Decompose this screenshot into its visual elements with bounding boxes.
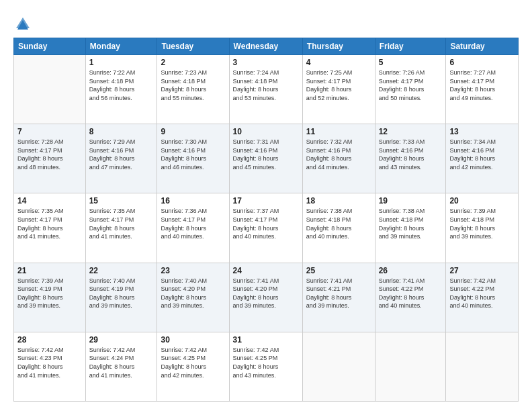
day-number: 7: [17, 127, 82, 136]
day-info: Sunrise: 7:38 AMSunset: 4:18 PMDaylight:…: [379, 207, 443, 240]
calendar-cell: 1Sunrise: 7:22 AMSunset: 4:18 PMDaylight…: [85, 55, 157, 124]
day-number: 5: [379, 58, 443, 67]
calendar-cell: 3Sunrise: 7:24 AMSunset: 4:18 PMDaylight…: [229, 55, 302, 124]
day-info: Sunrise: 7:27 AMSunset: 4:17 PMDaylight:…: [449, 68, 515, 102]
calendar-cell: [446, 332, 519, 401]
day-number: 30: [161, 335, 225, 345]
day-number: 15: [89, 196, 154, 205]
day-number: 25: [306, 266, 371, 275]
calendar-cell: 19Sunrise: 7:38 AMSunset: 4:18 PMDayligh…: [375, 193, 446, 263]
calendar-cell: 8Sunrise: 7:29 AMSunset: 4:16 PMDaylight…: [85, 124, 157, 193]
day-info: Sunrise: 7:40 AMSunset: 4:20 PMDaylight:…: [161, 277, 225, 310]
day-info: Sunrise: 7:33 AMSunset: 4:16 PMDaylight:…: [379, 138, 443, 171]
calendar-row: 7Sunrise: 7:28 AMSunset: 4:17 PMDaylight…: [14, 124, 519, 193]
calendar-cell: 9Sunrise: 7:30 AMSunset: 4:16 PMDaylight…: [157, 124, 229, 193]
header-day-tuesday: Tuesday: [157, 38, 229, 55]
calendar-cell: [302, 332, 375, 401]
day-number: 8: [89, 127, 154, 136]
calendar-cell: 27Sunrise: 7:42 AMSunset: 4:22 PMDayligh…: [446, 263, 519, 332]
header-day-saturday: Saturday: [446, 38, 519, 55]
day-info: Sunrise: 7:41 AMSunset: 4:20 PMDaylight:…: [233, 277, 299, 310]
day-number: 13: [449, 127, 515, 136]
calendar-cell: 31Sunrise: 7:42 AMSunset: 4:25 PMDayligh…: [229, 332, 302, 401]
day-info: Sunrise: 7:35 AMSunset: 4:17 PMDaylight:…: [89, 207, 154, 240]
calendar-row: 21Sunrise: 7:39 AMSunset: 4:19 PMDayligh…: [14, 263, 519, 332]
day-info: Sunrise: 7:42 AMSunset: 4:24 PMDaylight:…: [89, 346, 154, 379]
day-number: 18: [306, 196, 371, 205]
day-number: 29: [89, 335, 154, 345]
day-info: Sunrise: 7:41 AMSunset: 4:21 PMDaylight:…: [306, 277, 371, 310]
calendar-cell: 18Sunrise: 7:38 AMSunset: 4:18 PMDayligh…: [302, 193, 375, 263]
day-number: 1: [89, 58, 154, 67]
calendar-cell: 12Sunrise: 7:33 AMSunset: 4:16 PMDayligh…: [375, 124, 446, 193]
calendar-cell: 23Sunrise: 7:40 AMSunset: 4:20 PMDayligh…: [157, 263, 229, 332]
calendar-row: 14Sunrise: 7:35 AMSunset: 4:17 PMDayligh…: [14, 193, 519, 263]
day-info: Sunrise: 7:32 AMSunset: 4:16 PMDaylight:…: [306, 138, 371, 171]
day-info: Sunrise: 7:24 AMSunset: 4:18 PMDaylight:…: [233, 68, 299, 102]
day-info: Sunrise: 7:42 AMSunset: 4:22 PMDaylight:…: [449, 277, 515, 310]
calendar-cell: 15Sunrise: 7:35 AMSunset: 4:17 PMDayligh…: [85, 193, 157, 263]
day-info: Sunrise: 7:22 AMSunset: 4:18 PMDaylight:…: [89, 68, 154, 102]
day-number: 6: [449, 58, 515, 67]
calendar-cell: [375, 332, 446, 401]
logo: [13, 15, 35, 34]
day-number: 9: [161, 127, 225, 136]
day-info: Sunrise: 7:31 AMSunset: 4:16 PMDaylight:…: [233, 138, 299, 171]
calendar-cell: 14Sunrise: 7:35 AMSunset: 4:17 PMDayligh…: [14, 193, 86, 263]
day-info: Sunrise: 7:25 AMSunset: 4:17 PMDaylight:…: [306, 68, 371, 102]
day-info: Sunrise: 7:39 AMSunset: 4:19 PMDaylight:…: [17, 277, 82, 310]
calendar-cell: 17Sunrise: 7:37 AMSunset: 4:17 PMDayligh…: [229, 193, 302, 263]
calendar-cell: 2Sunrise: 7:23 AMSunset: 4:18 PMDaylight…: [157, 55, 229, 124]
day-info: Sunrise: 7:28 AMSunset: 4:17 PMDaylight:…: [17, 138, 82, 171]
calendar-cell: 16Sunrise: 7:36 AMSunset: 4:17 PMDayligh…: [157, 193, 229, 263]
day-number: 10: [233, 127, 299, 136]
day-number: 21: [17, 266, 82, 275]
calendar-table: SundayMondayTuesdayWednesdayThursdayFrid…: [13, 38, 519, 402]
calendar-cell: 7Sunrise: 7:28 AMSunset: 4:17 PMDaylight…: [14, 124, 86, 193]
calendar-cell: 21Sunrise: 7:39 AMSunset: 4:19 PMDayligh…: [14, 263, 86, 332]
calendar-cell: 29Sunrise: 7:42 AMSunset: 4:24 PMDayligh…: [85, 332, 157, 401]
header-row: SundayMondayTuesdayWednesdayThursdayFrid…: [14, 38, 519, 55]
day-number: 27: [449, 266, 515, 275]
header-day-wednesday: Wednesday: [229, 38, 302, 55]
calendar-cell: 10Sunrise: 7:31 AMSunset: 4:16 PMDayligh…: [229, 124, 302, 193]
calendar-cell: 4Sunrise: 7:25 AMSunset: 4:17 PMDaylight…: [302, 55, 375, 124]
day-info: Sunrise: 7:38 AMSunset: 4:18 PMDaylight:…: [306, 207, 371, 240]
logo-icon: [13, 15, 32, 34]
calendar-cell: 24Sunrise: 7:41 AMSunset: 4:20 PMDayligh…: [229, 263, 302, 332]
day-number: 11: [306, 127, 371, 136]
header-day-thursday: Thursday: [302, 38, 375, 55]
day-number: 12: [379, 127, 443, 136]
day-info: Sunrise: 7:42 AMSunset: 4:25 PMDaylight:…: [233, 346, 299, 379]
day-number: 20: [449, 196, 515, 205]
calendar-header: SundayMondayTuesdayWednesdayThursdayFrid…: [14, 38, 519, 55]
calendar-row: 1Sunrise: 7:22 AMSunset: 4:18 PMDaylight…: [14, 55, 519, 124]
day-info: Sunrise: 7:42 AMSunset: 4:23 PMDaylight:…: [17, 346, 82, 379]
day-number: 31: [233, 335, 299, 345]
header-day-sunday: Sunday: [14, 38, 86, 55]
day-number: 4: [306, 58, 371, 67]
day-number: 14: [17, 196, 82, 205]
calendar-cell: 13Sunrise: 7:34 AMSunset: 4:16 PMDayligh…: [446, 124, 519, 193]
day-number: 3: [233, 58, 299, 67]
day-number: 17: [233, 196, 299, 205]
calendar-cell: 28Sunrise: 7:42 AMSunset: 4:23 PMDayligh…: [14, 332, 86, 401]
day-info: Sunrise: 7:30 AMSunset: 4:16 PMDaylight:…: [161, 138, 225, 171]
day-number: 28: [17, 335, 82, 345]
header: [13, 12, 519, 34]
day-number: 26: [379, 266, 443, 275]
calendar-row: 28Sunrise: 7:42 AMSunset: 4:23 PMDayligh…: [14, 332, 519, 401]
page: SundayMondayTuesdayWednesdayThursdayFrid…: [0, 0, 532, 411]
calendar-cell: 5Sunrise: 7:26 AMSunset: 4:17 PMDaylight…: [375, 55, 446, 124]
calendar-cell: 26Sunrise: 7:41 AMSunset: 4:22 PMDayligh…: [375, 263, 446, 332]
day-info: Sunrise: 7:35 AMSunset: 4:17 PMDaylight:…: [17, 207, 82, 240]
day-info: Sunrise: 7:42 AMSunset: 4:25 PMDaylight:…: [161, 346, 225, 379]
calendar-cell: 25Sunrise: 7:41 AMSunset: 4:21 PMDayligh…: [302, 263, 375, 332]
day-info: Sunrise: 7:26 AMSunset: 4:17 PMDaylight:…: [379, 68, 443, 102]
calendar-cell: 30Sunrise: 7:42 AMSunset: 4:25 PMDayligh…: [157, 332, 229, 401]
day-info: Sunrise: 7:37 AMSunset: 4:17 PMDaylight:…: [233, 207, 299, 240]
day-number: 24: [233, 266, 299, 275]
day-info: Sunrise: 7:40 AMSunset: 4:19 PMDaylight:…: [89, 277, 154, 310]
day-info: Sunrise: 7:23 AMSunset: 4:18 PMDaylight:…: [161, 68, 225, 102]
day-number: 22: [89, 266, 154, 275]
